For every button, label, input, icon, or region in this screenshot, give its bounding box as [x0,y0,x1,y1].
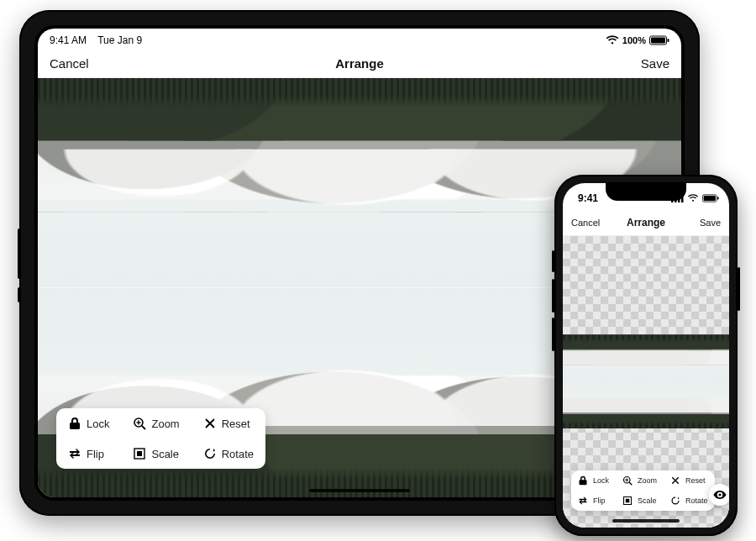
ipad-navbar: Cancel Arrange Save [38,49,681,78]
battery-icon [649,35,669,45]
cancel-button[interactable]: Cancel [571,218,600,228]
reset-label: Reset [685,476,706,485]
svg-rect-2 [668,39,669,42]
rotate-icon [203,447,217,460]
scale-label: Scale [638,496,657,505]
zoom-in-icon [622,475,633,486]
rotate-label: Rotate [222,448,254,460]
iphone-navbar: Cancel Arrange Save [563,210,729,236]
svg-rect-25 [626,499,630,503]
svg-rect-17 [717,197,719,199]
svg-rect-16 [704,196,716,201]
status-time: 9:41 [578,192,598,204]
flip-button[interactable]: Flip [56,439,121,469]
home-indicator[interactable] [309,489,410,492]
wifi-icon [687,194,699,202]
scale-icon [622,496,633,506]
zoom-button[interactable]: Zoom [616,470,664,491]
ipad-tool-panel: Lock Zoom Reset [56,408,265,469]
x-icon [670,475,680,486]
rotate-button[interactable]: Rotate [664,491,715,511]
reset-label: Reset [222,418,250,430]
lock-icon [68,417,81,430]
save-button[interactable]: Save [641,56,669,71]
svg-line-19 [629,482,632,485]
save-button[interactable]: Save [700,218,721,228]
svg-rect-1 [651,38,665,44]
swap-icon [578,496,588,506]
scale-icon [133,447,146,460]
page-title: Arrange [38,56,681,71]
status-time: 9:41 AM [50,34,87,46]
zoom-button[interactable]: Zoom [121,408,191,439]
flip-label: Flip [593,496,606,505]
rotate-label: Rotate [685,496,708,505]
lock-label: Lock [593,476,609,485]
home-indicator[interactable] [612,519,680,523]
svg-line-4 [142,426,145,429]
notch [606,182,686,201]
status-date: Tue Jan 9 [97,34,142,46]
iphone-tool-panel: Lock Zoom Reset Flip [571,470,715,511]
reset-button[interactable]: Reset [192,408,265,439]
flip-label: Flip [87,448,104,460]
scale-button[interactable]: Scale [616,491,664,511]
zoom-label: Zoom [638,476,657,485]
battery-icon [702,194,719,202]
scale-button[interactable]: Scale [121,439,191,469]
flip-button[interactable]: Flip [571,491,616,511]
reset-button[interactable]: Reset [664,470,715,491]
ipad-status-bar: 9:41 AM Tue Jan 9 100% [38,29,681,49]
iphone-device: 9:41 Cancel Arrange Save [554,175,738,536]
battery-percent: 100% [622,35,646,45]
lock-icon [578,475,588,486]
scale-label: Scale [151,448,179,460]
svg-point-26 [718,493,721,496]
lock-label: Lock [87,418,109,430]
x-icon [203,417,217,430]
zoom-label: Zoom [151,418,179,430]
wifi-icon [606,35,619,45]
iphone-canvas[interactable]: Lock Zoom Reset Flip [563,236,729,528]
cancel-button[interactable]: Cancel [50,56,89,71]
preview-button[interactable] [709,484,729,506]
eye-icon [713,488,727,502]
image-layer[interactable] [563,335,729,428]
rotate-icon [670,496,680,506]
svg-rect-10 [137,451,142,456]
swap-icon [68,447,81,460]
rotate-button[interactable]: Rotate [192,439,265,469]
lock-button[interactable]: Lock [571,470,616,491]
lock-button[interactable]: Lock [56,408,121,439]
zoom-in-icon [133,417,146,430]
